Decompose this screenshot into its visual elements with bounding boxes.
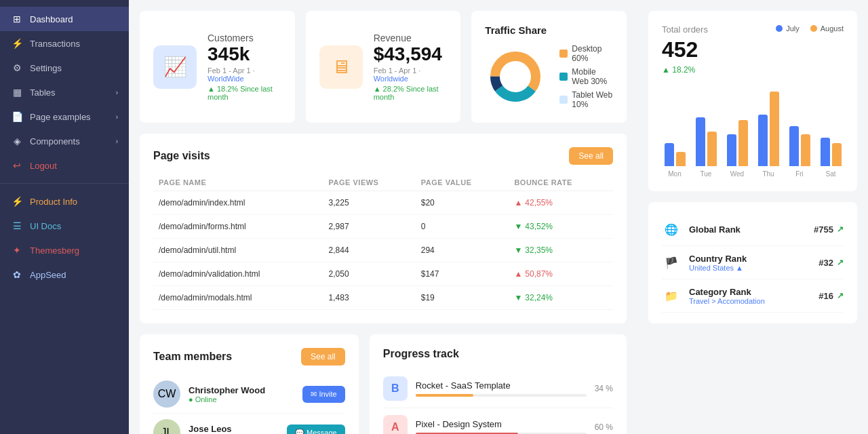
sidebar-item-themesberg[interactable]: ✦ Themesberg (0, 238, 129, 262)
revenue-location-link[interactable]: Worldwide (374, 75, 408, 83)
rank-sub: Travel > Accomodation (689, 297, 818, 305)
july-bar (789, 126, 799, 166)
sidebar-item-label: Themesberg (30, 245, 118, 256)
sidebar: ⊞ Dashboard ⚡ Transactions ⚙ Settings ▦ … (0, 0, 129, 434)
tablet-dot (559, 96, 568, 104)
progress-bar-bg (416, 394, 587, 397)
sidebar-item-ui-docs[interactable]: ☰ UI Docs (0, 214, 129, 238)
rank-value: #16 ↗ (818, 291, 844, 301)
revenue-info: Revenue $43,594 Feb 1 - Apr 1 · Worldwid… (374, 33, 448, 101)
member-avatar: CW (153, 380, 180, 408)
rank-item: 🌐 Global Rank #755 ↗ (662, 213, 844, 246)
rank-info: Global Rank (689, 224, 814, 235)
sidebar-item-label: Tables (30, 87, 109, 98)
page-name-cell: /demo/admin/util.html (153, 239, 323, 262)
progress-card: Progress track B Rocket - SaaS Template … (370, 334, 627, 434)
rank-label: Country Rank (689, 254, 818, 264)
sidebar-item-appseed[interactable]: ✿ AppSeed (0, 262, 129, 287)
bounce-value: 32,24% (525, 293, 553, 302)
july-dot (776, 25, 783, 32)
bounce-value: 32,35% (525, 245, 553, 255)
page-views-cell: 2,050 (323, 262, 416, 286)
tables-icon: ▦ (11, 86, 23, 98)
traffic-content: Desktop 60% Mobile Web 30% Tablet Web 10… (485, 44, 613, 109)
sidebar-item-page-examples[interactable]: 📄 Page examples › (0, 104, 129, 129)
customers-info: Customers 345k Feb 1 - Apr 1 · WorldWide… (208, 33, 281, 101)
bars (821, 138, 842, 166)
settings-icon: ⚙ (11, 62, 23, 74)
chart-legend: July August (776, 24, 844, 33)
rank-item: 🏴 Country Rank United States ▲ #32 ↗ (662, 246, 844, 279)
bar-group: Sat (818, 138, 844, 178)
bounce-up-icon: ▲ (514, 198, 522, 208)
progress-header: Progress track (383, 348, 613, 360)
legend-august: August (810, 24, 844, 33)
customers-card: 📈 Customers 345k Feb 1 - Apr 1 · WorldWi… (140, 11, 295, 123)
total-orders-card: Total orders 452 ▲ 18.2% July August Mon (648, 11, 857, 191)
rank-icon: 📁 (662, 286, 681, 305)
progress-title: Progress track (383, 348, 459, 360)
member-action-button[interactable]: ✉ Invite (302, 386, 344, 403)
page-views-cell: 2,844 (323, 239, 416, 262)
rank-icon: 🏴 (662, 253, 681, 272)
legend-tablet: Tablet Web 10% (559, 90, 613, 109)
col-bounce-rate: BOUNCE RATE (509, 174, 613, 191)
sidebar-item-dashboard[interactable]: ⊞ Dashboard (0, 7, 129, 31)
sidebar-item-transactions[interactable]: ⚡ Transactions (0, 31, 129, 56)
page-name-cell: /demo/admin/forms.html (153, 215, 323, 239)
page-visits-card: Page visits See all PAGE NAME PAGE VIEWS… (140, 134, 627, 323)
progress-items-list: B Rocket - SaaS Template 34 % A Pixel - … (383, 370, 613, 434)
progress-icon: A (383, 415, 408, 434)
progress-bar-fill (416, 394, 474, 397)
page-views-cell: 1,483 (323, 286, 416, 310)
bounce-rate-cell: ▼32,24% (509, 286, 613, 310)
page-visits-header: Page visits See all (153, 147, 613, 165)
customers-growth: ▲ 18.2% Since last month (208, 85, 281, 101)
sidebar-item-tables[interactable]: ▦ Tables › (0, 80, 129, 104)
traffic-title: Traffic Share (485, 24, 613, 36)
bounce-rate-cell: ▲42,55% (509, 191, 613, 215)
revenue-icon: 🖥 (332, 56, 351, 78)
progress-name: Pixel - Design System (416, 419, 587, 429)
sidebar-item-product-info[interactable]: ⚡ Product Info (0, 189, 129, 214)
orders-label: Total orders (662, 24, 708, 35)
customers-location-link[interactable]: WorldWide (208, 75, 244, 83)
rank-trend-icon: ↗ (837, 224, 844, 234)
sidebar-item-label: Transactions (30, 39, 118, 49)
traffic-share-card: Traffic Share Desktop 60% (471, 11, 627, 123)
bars (665, 143, 686, 166)
table-row: /demo/admin/util.html 2,844 294 ▼32,35% (153, 239, 613, 262)
sidebar-item-logout[interactable]: ↩ Logout (0, 153, 129, 178)
col-page-value: PAGE VALUE (416, 174, 509, 191)
team-header: Team members See all (153, 348, 345, 366)
dashboard-icon: ⊞ (11, 13, 23, 25)
sidebar-item-settings[interactable]: ⚙ Settings (0, 56, 129, 80)
themesberg-icon: ✦ (11, 244, 23, 256)
logout-icon: ↩ (11, 159, 23, 172)
progress-pct: 60 % (595, 422, 613, 432)
team-card: Team members See all CW Christopher Wood… (140, 334, 359, 434)
member-action-button[interactable]: 💬 Message (287, 425, 345, 435)
rank-trend-icon: ↗ (837, 291, 844, 300)
sidebar-item-components[interactable]: ◈ Components › (0, 129, 129, 153)
page-value-cell: 0 (416, 215, 509, 239)
revenue-card: 🖥 Revenue $43,594 Feb 1 - Apr 1 · Worldw… (306, 11, 461, 123)
orders-value: 452 (662, 37, 708, 62)
bottom-row: Team members See all CW Christopher Wood… (140, 334, 627, 434)
table-row: /demo/admin/index.html 3,225 $20 ▲42,55% (153, 191, 613, 215)
page-visits-see-all-button[interactable]: See all (569, 147, 613, 165)
team-see-all-button[interactable]: See all (301, 348, 345, 366)
page-visits-title: Page visits (153, 150, 210, 162)
rank-item: 📁 Category Rank Travel > Accomodation #1… (662, 279, 844, 313)
arrow-icon: › (116, 138, 118, 145)
table-row: /demo/admin/modals.html 1,483 $19 ▼32,24… (153, 286, 613, 310)
july-bar (821, 138, 830, 166)
bar-group: Fri (787, 126, 812, 178)
traffic-legend: Desktop 60% Mobile Web 30% Tablet Web 10… (559, 44, 613, 109)
day-label: Thu (762, 170, 774, 178)
page-name-cell: /demo/admin/index.html (153, 191, 323, 215)
rank-sub: United States ▲ (689, 264, 818, 272)
customers-meta: Feb 1 - Apr 1 · WorldWide (208, 66, 281, 83)
july-bar (727, 134, 736, 166)
arrow-icon: › (116, 89, 118, 96)
